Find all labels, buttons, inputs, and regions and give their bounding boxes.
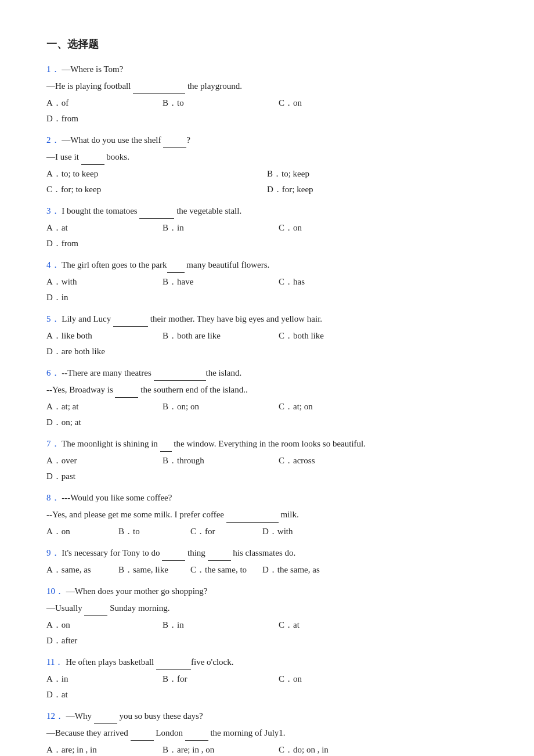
section-title: 一、选择题 [46, 35, 488, 53]
q9-line1: It's necessary for Tony to do thing his … [62, 548, 295, 557]
question-1: 1． —Where is Tom? —He is playing footbal… [46, 62, 488, 127]
q7-number: 7． [46, 439, 60, 448]
q4-optB: B．have [163, 274, 279, 290]
q6-line1: --There are many theatres the island. [62, 368, 241, 377]
q10-optB: B．in [163, 617, 279, 633]
q6-optD: D．on; at [46, 415, 163, 430]
q2-number: 2． [46, 135, 60, 145]
q2-line1: —What do you use the shelf ? [62, 135, 190, 145]
q10-optC: C．at [279, 617, 395, 633]
q12-optB: B．are; in , on [163, 742, 279, 756]
q11-optD: D．at [46, 687, 163, 703]
q8-optA: A．on [46, 524, 104, 539]
q10-options: A．on B．in C．at D．after [46, 617, 488, 649]
q1-optD: D．from [46, 111, 163, 127]
q6-options: A．at; at B．on; on C．at; on D．on; at [46, 399, 488, 430]
q11-options: A．in B．for C．on D．at [46, 671, 488, 703]
q7-options: A．over B．through C．across D．past [46, 453, 488, 484]
q7-line1: The moonlight is shining in the window. … [62, 439, 366, 448]
q1-optC: C．on [279, 95, 395, 111]
q9-number: 9． [46, 548, 60, 557]
q2-options: A．to; to keep B．to; keep C．for; to keep … [46, 166, 488, 197]
q8-optC: C．for [190, 524, 248, 539]
q11-line1: He often plays basketball five o'clock. [66, 657, 233, 667]
q5-optB: B．both are like [163, 328, 279, 344]
q4-optA: A．with [46, 274, 163, 290]
question-3: 3． I bought the tomatoes the vegetable s… [46, 203, 488, 251]
q5-line1: Lily and Lucy their mother. They have bi… [62, 314, 322, 323]
q11-optA: A．in [46, 671, 163, 687]
question-2: 2． —What do you use the shelf ? —I use i… [46, 132, 488, 197]
q4-optC: C．has [279, 274, 395, 290]
q12-optA: A．are; in , in [46, 742, 163, 756]
question-5: 5． Lily and Lucy their mother. They have… [46, 311, 488, 359]
q5-optA: A．like both [46, 328, 163, 344]
q7-optD: D．past [46, 469, 163, 484]
q7-optA: A．over [46, 453, 163, 469]
q6-line2: --Yes, Broadway is the southern end of t… [46, 385, 248, 394]
q1-line1: —Where is Tom? [62, 64, 123, 74]
q1-optB: B．to [163, 95, 279, 111]
q6-number: 6． [46, 368, 60, 377]
page-container: 一、选择题 1． —Where is Tom? —He is playing f… [46, 35, 488, 756]
q8-line2: --Yes, and please get me some milk. I pr… [46, 510, 299, 519]
q7-optC: C．across [279, 453, 395, 469]
q10-line1: —When does your mother go shopping? [66, 586, 208, 596]
q6-optC: C．at; on [279, 399, 395, 415]
q9-optB: B．same, like [118, 562, 176, 578]
q4-number: 4． [46, 260, 60, 269]
question-8: 8． ---Would you like some coffee? --Yes,… [46, 490, 488, 539]
q1-line2: —He is playing football the playground. [46, 81, 242, 91]
q3-optB: B．in [163, 220, 279, 236]
q5-options: A．like both B．both are like C．both like … [46, 328, 488, 359]
q12-options: A．are; in , in B．are; in , on C．do; on ,… [46, 742, 488, 756]
q3-optD: D．from [46, 236, 163, 251]
question-4: 4． The girl often goes to the park many … [46, 257, 488, 305]
q9-optA: A．same, as [46, 562, 104, 578]
question-6: 6． --There are many theatres the island.… [46, 365, 488, 430]
q11-optC: C．on [279, 671, 395, 687]
q11-number: 11． [46, 657, 63, 667]
q2-optC: C．for; to keep [46, 182, 267, 197]
q5-number: 5． [46, 314, 60, 323]
q1-optA: A．of [46, 95, 163, 111]
q8-options: A．on B．to C．for D．with [46, 524, 488, 539]
question-10: 10． —When does your mother go shopping? … [46, 584, 488, 649]
q12-line2: —Because they arrived London the morning… [46, 728, 286, 737]
q2-optB: B．to; keep [267, 166, 488, 182]
q2-optD: D．for; keep [267, 182, 488, 197]
q4-optD: D．in [46, 290, 163, 305]
q12-number: 12． [46, 711, 64, 721]
q8-line1: ---Would you like some coffee? [62, 493, 172, 502]
q2-optA: A．to; to keep [46, 166, 267, 182]
q9-options: A．same, as B．same, like C．the same, to D… [46, 562, 488, 578]
q3-line1: I bought the tomatoes the vegetable stal… [62, 206, 241, 215]
q10-number: 10． [46, 586, 64, 596]
q4-line1: The girl often goes to the park many bea… [62, 260, 269, 269]
question-9: 9． It's necessary for Tony to do thing h… [46, 545, 488, 578]
q9-optC: C．the same, to [190, 562, 248, 578]
q1-number: 1． [46, 64, 60, 74]
q5-optD: D．are both like [46, 344, 163, 359]
q11-optB: B．for [163, 671, 279, 687]
q9-optD: D．the same, as [262, 562, 320, 578]
q3-optC: C．on [279, 220, 395, 236]
q5-optC: C．both like [279, 328, 395, 344]
q10-line2: —Usually Sunday morning. [46, 603, 170, 613]
q8-optD: D．with [262, 524, 320, 539]
q3-number: 3． [46, 206, 60, 215]
q4-options: A．with B．have C．has D．in [46, 274, 488, 305]
question-7: 7． The moonlight is shining in the windo… [46, 436, 488, 484]
q6-optA: A．at; at [46, 399, 163, 415]
q7-optB: B．through [163, 453, 279, 469]
q8-number: 8． [46, 493, 60, 502]
q10-optD: D．after [46, 633, 163, 649]
question-12: 12． —Why you so busy these days? —Becaus… [46, 708, 488, 756]
q2-line2: —I use it books. [46, 152, 129, 161]
q3-options: A．at B．in C．on D．from [46, 220, 488, 251]
q10-optA: A．on [46, 617, 163, 633]
question-11: 11． He often plays basketball five o'clo… [46, 654, 488, 703]
q3-optA: A．at [46, 220, 163, 236]
q8-optB: B．to [118, 524, 176, 539]
q1-options: A．of B．to C．on D．from [46, 95, 488, 127]
